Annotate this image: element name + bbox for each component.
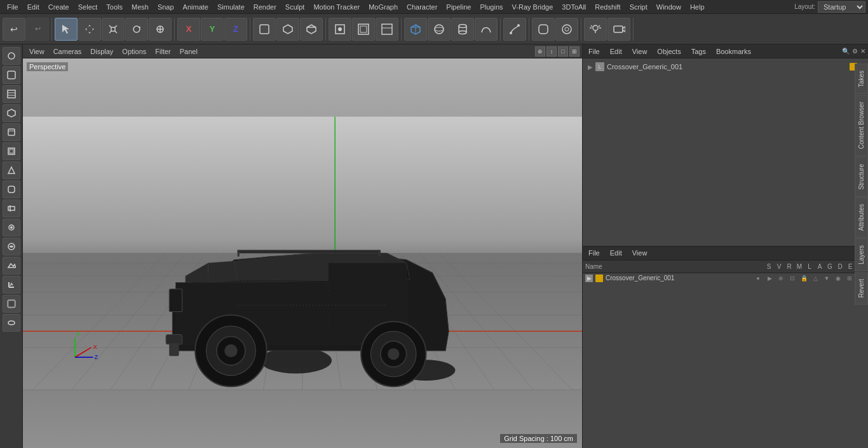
vtab-content-browser[interactable]: Content Browser	[855, 95, 868, 156]
sphere-button[interactable]	[428, 18, 451, 41]
cube-button[interactable]	[404, 18, 427, 41]
menu-motion-tracker[interactable]: Motion Tracker	[309, 2, 364, 12]
menu-file[interactable]: File	[3, 2, 23, 12]
nurbs-button[interactable]	[475, 18, 498, 41]
render-button[interactable]	[329, 18, 351, 41]
menu-redshift[interactable]: Redshift	[590, 2, 625, 12]
obj2-file-menu[interactable]: File	[585, 248, 603, 258]
sidebar-mode-11[interactable]	[3, 238, 20, 255]
sidebar-mode-8[interactable]	[3, 180, 20, 198]
sidebar-mode-12[interactable]	[3, 257, 20, 275]
viewport-icon-1[interactable]: ⊕	[535, 46, 545, 57]
viewport-menu-display[interactable]: Display	[86, 46, 117, 57]
menu-3dtoall[interactable]: 3DToAll	[557, 2, 590, 12]
menu-render[interactable]: Render	[249, 2, 281, 12]
menu-help[interactable]: Help	[686, 2, 709, 12]
sidebar-mode-10[interactable]	[3, 219, 20, 236]
obj2-edit-menu[interactable]: Edit	[607, 248, 625, 258]
sidebar-mode-7[interactable]	[3, 161, 20, 179]
svg-text:Z: Z	[95, 354, 98, 360]
obj-bookmarks-menu[interactable]: Bookmarks	[713, 46, 754, 57]
menu-sculpt[interactable]: Sculpt	[281, 2, 309, 12]
sidebar-mode-6[interactable]	[3, 142, 20, 160]
menu-snap[interactable]: Snap	[153, 2, 179, 12]
obj-edit-menu[interactable]: Edit	[607, 46, 625, 57]
undo-button[interactable]: ↩	[3, 18, 25, 41]
sidebar-mode-3[interactable]	[3, 85, 20, 103]
vtab-structure[interactable]: Structure	[855, 157, 868, 197]
svg-line-31	[599, 25, 600, 27]
sidebar-mode-9[interactable]	[3, 200, 20, 217]
row-icon-3: ⊗	[776, 275, 785, 282]
menu-animate[interactable]: Animate	[179, 2, 213, 12]
sidebar-mode-1[interactable]	[3, 47, 20, 65]
deformer-button[interactable]	[532, 18, 555, 41]
menu-select[interactable]: Select	[74, 2, 102, 12]
obj-close-icon[interactable]: ✕	[860, 48, 865, 55]
menu-tools[interactable]: Tools	[102, 2, 127, 12]
select-tool[interactable]	[55, 18, 78, 41]
spline-pen-button[interactable]	[503, 18, 526, 41]
scale-tool[interactable]	[102, 18, 125, 41]
viewport-menu-panel[interactable]: Panel	[176, 46, 201, 57]
x-axis-button[interactable]: X	[177, 18, 200, 41]
svg-point-87	[224, 344, 237, 357]
rotate-tool[interactable]	[125, 18, 148, 41]
obj-entry-crossover[interactable]: ▶ L Crossover_Generic_001 ●	[585, 61, 865, 72]
move-tool[interactable]	[78, 18, 101, 41]
viewport-menu-view[interactable]: View	[25, 46, 48, 57]
menu-vray[interactable]: V-Ray Bridge	[508, 2, 558, 12]
vtab-takes[interactable]: Takes	[855, 64, 868, 94]
viewport-icon-4[interactable]: ⊞	[569, 46, 580, 57]
menu-window[interactable]: Window	[652, 2, 686, 12]
obj-file-menu[interactable]: File	[585, 46, 603, 57]
polygon-mode-button[interactable]	[276, 18, 299, 41]
vtab-layers[interactable]: Layers	[855, 238, 868, 271]
viewport-menu-options[interactable]: Options	[118, 46, 150, 57]
object-mode-button[interactable]	[253, 18, 276, 41]
menu-mesh[interactable]: Mesh	[127, 2, 153, 12]
obj-search-icon[interactable]: 🔍	[842, 48, 850, 55]
obj-view-menu[interactable]: View	[629, 46, 651, 57]
layout-select[interactable]: Startup Standard	[818, 1, 865, 13]
obj-tags-menu[interactable]: Tags	[688, 46, 709, 57]
menu-script[interactable]: Script	[625, 2, 652, 12]
sidebar-mode-2[interactable]	[3, 66, 20, 84]
sidebar-mode-4[interactable]	[3, 104, 20, 122]
sidebar-mode-5[interactable]	[3, 123, 20, 141]
viewport-menu-cameras[interactable]: Cameras	[50, 46, 86, 57]
light-button[interactable]	[584, 18, 607, 41]
viewport-icon-2[interactable]: ↕	[546, 46, 557, 57]
cylinder-button[interactable]	[451, 18, 474, 41]
obj-list-row-crossover[interactable]: ▶ Crossover_Generic_001 ● ▶ ⊗ ⊡ 🔒 △ ▼ ◉ …	[583, 273, 868, 283]
menu-edit[interactable]: Edit	[23, 2, 44, 12]
obj-objects-menu[interactable]: Objects	[654, 46, 684, 57]
sidebar-mode-15[interactable]	[3, 314, 20, 332]
obj-expand-icon: ▶	[588, 64, 593, 71]
y-axis-button[interactable]: Y	[201, 18, 224, 41]
viewport-3d[interactable]: Perspective	[23, 58, 582, 448]
viewport-icon-3[interactable]: □	[558, 46, 568, 57]
obj2-view-menu[interactable]: View	[629, 248, 651, 258]
menu-plugins[interactable]: Plugins	[475, 2, 507, 12]
viewport-menu-filter[interactable]: Filter	[151, 46, 174, 57]
camera-button[interactable]	[607, 18, 630, 41]
obj-settings-icon[interactable]: ⚙	[852, 48, 858, 55]
render-settings-button[interactable]	[376, 18, 398, 41]
field-button[interactable]	[555, 18, 578, 41]
vtab-attributes[interactable]: Attributes	[855, 197, 868, 238]
row-icon-6: △	[811, 275, 820, 282]
menu-create[interactable]: Create	[44, 2, 74, 12]
sidebar-mode-14[interactable]	[3, 295, 20, 313]
sidebar-mode-13[interactable]	[3, 276, 20, 294]
menu-mograph[interactable]: MoGraph	[364, 2, 402, 12]
render-view-button[interactable]	[352, 18, 375, 41]
redo-button[interactable]: ↩	[26, 18, 49, 41]
transform-tool[interactable]	[149, 18, 172, 41]
menu-pipeline[interactable]: Pipeline	[442, 2, 475, 12]
z-axis-button[interactable]: Z	[224, 18, 247, 41]
menu-character[interactable]: Character	[402, 2, 442, 12]
menu-simulate[interactable]: Simulate	[213, 2, 249, 12]
edge-mode-button[interactable]	[300, 18, 323, 41]
vtab-revert[interactable]: Revert	[855, 272, 868, 304]
